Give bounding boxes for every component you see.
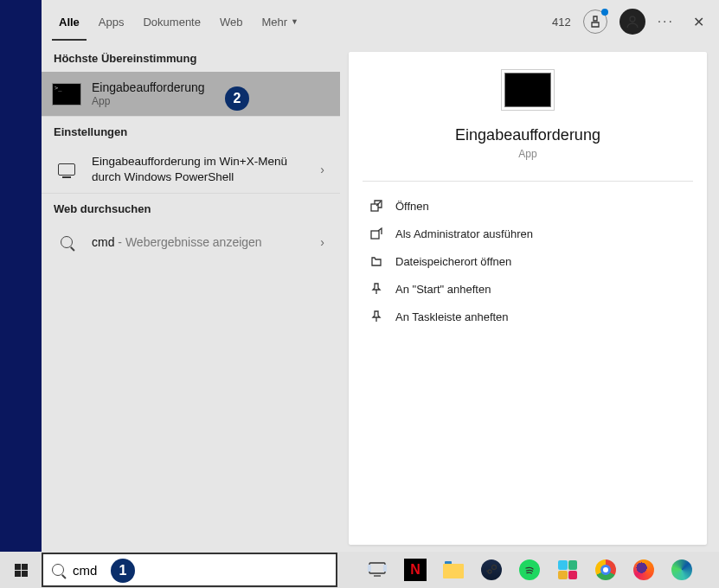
header-tabs: Alle Apps Dokumente Web Mehr ▼	[42, 0, 340, 43]
netflix-icon[interactable]: N	[400, 554, 431, 585]
preview-subtitle: App	[349, 148, 707, 160]
svg-rect-3	[369, 563, 385, 573]
slack-icon[interactable]	[552, 554, 583, 585]
svg-point-0	[630, 16, 635, 22]
divider	[363, 181, 693, 182]
more-options-icon[interactable]: ···	[658, 14, 674, 29]
left-accent-band	[0, 0, 42, 552]
steam-icon[interactable]	[476, 554, 507, 585]
chrome-icon[interactable]	[590, 554, 621, 585]
edge-icon[interactable]	[666, 554, 697, 585]
result-web-item[interactable]: cmd - Webergebnisse anzeigen ›	[42, 222, 340, 262]
action-file-location[interactable]: Dateispeicherort öffnen	[363, 247, 693, 275]
taskbar: N	[0, 552, 719, 588]
preview-app-icon	[501, 69, 555, 111]
taskview-icon[interactable]	[362, 554, 393, 585]
section-web: Web durchsuchen	[42, 193, 340, 222]
taskbar-search-box[interactable]	[42, 553, 337, 587]
rewards-points[interactable]: 412	[552, 16, 571, 29]
tab-more[interactable]: Mehr ▼	[254, 3, 305, 41]
open-icon	[369, 199, 383, 213]
svg-rect-4	[368, 565, 371, 572]
pin-taskbar-icon	[369, 310, 383, 323]
result-settings-item[interactable]: Eingabeaufforderung im Win+X-Menü durch …	[42, 145, 340, 193]
cmd-app-icon	[52, 83, 81, 105]
folder-icon	[369, 254, 383, 268]
action-run-admin[interactable]: Als Administrator ausführen	[363, 220, 693, 247]
start-button[interactable]	[0, 552, 42, 588]
svg-rect-2	[371, 231, 379, 239]
search-icon	[52, 231, 81, 253]
windows-icon	[15, 564, 28, 577]
taskbar-app-icons: N	[362, 552, 697, 588]
svg-point-6	[492, 566, 497, 570]
result-title: Eingabeaufforderung	[92, 80, 330, 94]
result-top-match[interactable]: Eingabeaufforderung App	[42, 72, 340, 116]
user-avatar[interactable]	[619, 9, 645, 35]
action-pin-taskbar[interactable]: An Taskleiste anheften	[363, 303, 693, 330]
monitor-icon	[52, 158, 81, 181]
svg-rect-5	[383, 565, 387, 572]
top-right-controls: 412 ··· ✕	[552, 9, 710, 35]
close-icon[interactable]: ✕	[686, 14, 710, 30]
search-icon	[52, 564, 64, 576]
rewards-icon[interactable]	[583, 10, 607, 34]
tab-all[interactable]: Alle	[52, 3, 87, 41]
action-pin-start[interactable]: An "Start" anheften	[363, 275, 693, 303]
web-result-text: cmd - Webergebnisse anzeigen	[92, 235, 310, 249]
annotation-badge-1: 1	[111, 559, 135, 583]
pin-icon	[369, 282, 383, 296]
tab-web[interactable]: Web	[213, 3, 250, 41]
action-open[interactable]: Öffnen	[363, 192, 693, 220]
preview-title: Eingabeaufforderung	[349, 126, 707, 144]
notification-dot	[601, 9, 608, 16]
section-top-match: Höchste Übereinstimmung	[42, 43, 340, 72]
annotation-badge-2: 2	[225, 86, 249, 111]
more-label: Mehr	[261, 16, 287, 29]
admin-icon	[369, 227, 383, 240]
settings-result-title: Eingabeaufforderung im Win+X-Menü durch …	[92, 154, 310, 184]
chevron-right-icon: ›	[320, 163, 330, 176]
spotify-icon[interactable]	[514, 554, 545, 585]
search-results-panel: Alle Apps Dokumente Web Mehr ▼ Höchste Ü…	[42, 0, 340, 552]
tab-apps[interactable]: Apps	[92, 3, 132, 41]
actions-list: Öffnen Als Administrator ausführen Datei…	[349, 192, 707, 330]
tab-documents[interactable]: Dokumente	[136, 3, 207, 41]
firefox-icon[interactable]	[628, 554, 659, 585]
preview-panel: Eingabeaufforderung App Öffnen Als Admin…	[349, 52, 707, 545]
result-subtitle: App	[92, 95, 330, 107]
chevron-right-icon: ›	[320, 235, 330, 249]
section-settings: Einstellungen	[42, 116, 340, 145]
file-explorer-icon[interactable]	[438, 554, 469, 585]
chevron-down-icon: ▼	[291, 17, 299, 26]
